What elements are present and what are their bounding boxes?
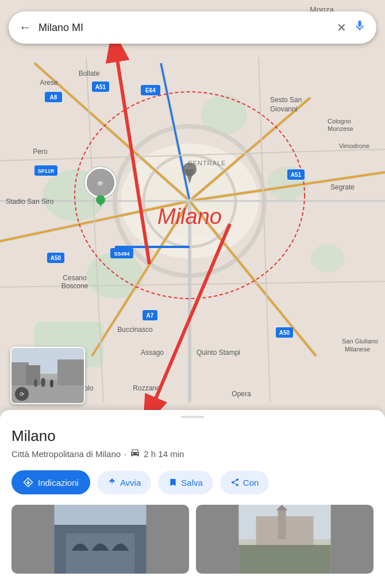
car-icon xyxy=(130,447,140,460)
svg-text:Cologno: Cologno xyxy=(328,118,351,125)
svg-text:Monzese: Monzese xyxy=(328,125,353,132)
svg-text:Giovanni: Giovanni xyxy=(270,105,297,113)
mic-button[interactable] xyxy=(353,20,366,36)
svg-text:A8: A8 xyxy=(50,94,57,100)
svg-point-5 xyxy=(310,244,345,273)
svg-point-4 xyxy=(86,253,144,299)
salva-button[interactable]: Salva xyxy=(158,471,213,494)
back-button[interactable]: ← xyxy=(19,20,32,35)
svg-text:Sesto San: Sesto San xyxy=(270,96,302,104)
svg-text:E64: E64 xyxy=(145,87,156,94)
svg-text:Rozzano: Rozzano xyxy=(133,384,160,392)
svg-text:A51: A51 xyxy=(95,84,106,90)
svg-text:Milanese: Milanese xyxy=(345,346,370,353)
svg-text:Stadio San Siro: Stadio San Siro xyxy=(6,198,54,206)
photo-2[interactable] xyxy=(196,505,374,574)
svg-rect-101 xyxy=(55,505,147,525)
svg-rect-87 xyxy=(57,359,85,385)
svg-text:Assago: Assago xyxy=(141,349,164,357)
clear-button[interactable]: ✕ xyxy=(337,21,346,34)
svg-text:Boscone: Boscone xyxy=(61,282,88,290)
svg-text:SS494: SS494 xyxy=(114,251,129,257)
svg-point-90 xyxy=(34,379,37,387)
condividi-button[interactable]: Con xyxy=(220,471,270,494)
search-bar[interactable]: ← Milano MI ✕ xyxy=(9,11,376,44)
svg-text:Bollate: Bollate xyxy=(79,69,100,78)
svg-text:Quinto Stampi: Quinto Stampi xyxy=(197,349,240,357)
action-buttons: Indicazioni Avvia Salva Con xyxy=(11,470,374,494)
svg-text:Vimodrone: Vimodrone xyxy=(339,142,369,149)
svg-rect-86 xyxy=(26,365,40,385)
svg-text:A7: A7 xyxy=(147,312,154,319)
svg-text:Arese: Arese xyxy=(40,79,58,87)
svg-text:A51: A51 xyxy=(291,172,302,178)
svg-text:A50: A50 xyxy=(279,330,290,336)
street-view-thumbnail[interactable]: ⟳ xyxy=(10,347,85,404)
svg-text:🏟: 🏟 xyxy=(98,180,103,186)
svg-text:A50: A50 xyxy=(51,255,61,261)
svg-point-88 xyxy=(41,378,45,387)
svg-text:SP11R: SP11R xyxy=(38,168,55,174)
search-query: Milano MI xyxy=(38,22,330,34)
avvia-button[interactable]: Avvia xyxy=(97,471,151,494)
svg-text:⟳: ⟳ xyxy=(20,391,25,397)
svg-text:Opera: Opera xyxy=(232,390,251,398)
photo-row xyxy=(11,505,374,574)
photo-1[interactable] xyxy=(11,505,189,574)
place-subtitle: Città Metropolitana di Milano · 2 h 14 m… xyxy=(11,447,374,460)
svg-text:Buccinasco: Buccinasco xyxy=(117,326,153,334)
bottom-sheet: Milano Città Metropolitana di Milano · 2… xyxy=(0,410,385,588)
svg-text:San Giuliano: San Giuliano xyxy=(342,338,378,345)
svg-point-89 xyxy=(50,380,53,388)
svg-text:Cesano: Cesano xyxy=(63,274,87,282)
indicazioni-button[interactable]: Indicazioni xyxy=(11,470,90,494)
svg-text:Pero: Pero xyxy=(33,148,48,156)
svg-rect-107 xyxy=(239,545,331,574)
svg-rect-100 xyxy=(66,533,135,574)
svg-rect-105 xyxy=(278,508,286,539)
svg-text:Milano: Milano xyxy=(157,204,222,229)
place-name: Milano xyxy=(11,427,374,445)
svg-text:Segrate: Segrate xyxy=(330,183,355,191)
sheet-handle xyxy=(181,416,204,418)
